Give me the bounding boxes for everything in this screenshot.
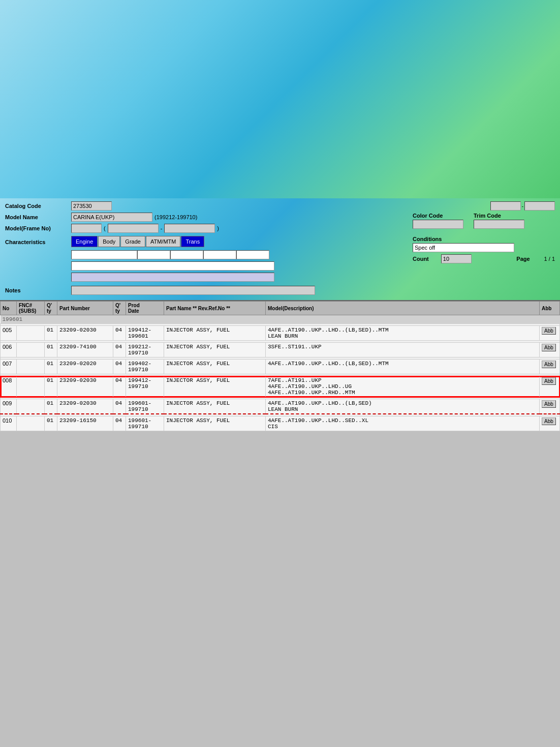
cell-model-desc: 3SFE..ST191..UKP	[266, 343, 540, 357]
cell-part-number: 23209-74100	[57, 343, 113, 357]
count-label: Count	[413, 256, 429, 262]
cell-model-desc: 4AFE..AT190..UKP..LHD..(LB,SED)LEAN BURN	[266, 399, 540, 414]
char-grade-input[interactable]	[170, 250, 203, 259]
table-header-row: No FNC#(SUBS) Q'ty Part Number Q'ty Prod…	[1, 302, 560, 315]
char-trans-input[interactable]	[236, 250, 269, 259]
cell-prod-date: 199601-199710	[126, 399, 164, 414]
table-prev-row: 199601	[1, 315, 560, 324]
cell-fnc-subs	[17, 376, 45, 397]
tab-grade[interactable]: Grade	[120, 236, 145, 247]
color-trim-labels-row: Color Code Trim Code	[413, 213, 555, 229]
char-inputs-row2	[5, 261, 409, 271]
cell-model-desc: 4AFE..AT190..UKP..LHD..(LB,SED)..MTM	[266, 360, 540, 374]
spec-off-input[interactable]	[413, 243, 514, 252]
cell-part-name: INJECTOR ASSY, FUEL	[164, 343, 266, 357]
char-body-input[interactable]	[137, 250, 170, 259]
cell-fnc-subs	[17, 360, 45, 374]
char-engine-input[interactable]	[71, 250, 137, 259]
tab-engine[interactable]: Engine	[71, 236, 98, 247]
color-code-label: Color Code	[413, 213, 463, 219]
color-trim-section: Color Code Trim Code	[413, 213, 555, 235]
model-frame-input2[interactable]	[108, 224, 159, 233]
col-part-number: Part Number	[57, 302, 113, 315]
spin-input-left[interactable]	[490, 201, 521, 211]
form-area: Catalog Code - Model Name (199212-199710…	[0, 198, 560, 300]
char-extra-input2[interactable]	[71, 273, 274, 282]
cell-qty2: 04	[113, 343, 126, 357]
model-frame-input3[interactable]	[164, 224, 215, 233]
cell-qty1: 01	[45, 376, 57, 397]
cell-abb[interactable]: Abb	[540, 416, 560, 431]
model-name-year: (199212-199710)	[154, 214, 197, 220]
cell-qty2: 04	[113, 399, 126, 414]
trim-code-input[interactable]	[474, 220, 524, 229]
characteristics-section: Characteristics Engine Body Grade ATM/MT…	[5, 236, 555, 284]
cell-qty1: 01	[45, 399, 57, 414]
frame-paren-left: (	[104, 225, 106, 231]
catalog-code-row: Catalog Code -	[5, 201, 555, 211]
model-frame-input1[interactable]	[71, 224, 102, 233]
cell-prod-date: 199412-199601	[126, 326, 164, 341]
cell-part-name: INJECTOR ASSY, FUEL	[164, 376, 266, 397]
table-row: 009 01 23209-02030 04 199601-199710 INJE…	[1, 399, 560, 414]
col-qty1: Q'ty	[45, 302, 57, 315]
cell-abb[interactable]: Abb	[540, 343, 560, 357]
notes-input[interactable]	[71, 286, 315, 295]
abb-button[interactable]: Abb	[542, 361, 556, 368]
cell-prod-date: 199412-199710	[126, 376, 164, 397]
cell-part-name: INJECTOR ASSY, FUEL	[164, 399, 266, 414]
char-atm-input[interactable]	[203, 250, 236, 259]
cell-abb[interactable]: Abb	[540, 399, 560, 414]
cell-part-number: 23209-02020	[57, 360, 113, 374]
spin-input-right[interactable]	[524, 201, 555, 211]
cell-fnc-subs	[17, 343, 45, 357]
abb-button[interactable]: Abb	[542, 400, 556, 408]
cell-no: 007	[1, 360, 17, 374]
model-name-section: Model Name (199212-199710) Model(Frame N…	[5, 213, 555, 235]
catalog-code-label: Catalog Code	[5, 203, 71, 209]
tab-body[interactable]: Body	[98, 236, 120, 247]
abb-button[interactable]: Abb	[542, 327, 556, 335]
catalog-code-input[interactable]	[71, 201, 112, 211]
cell-abb[interactable]: Abb	[540, 326, 560, 341]
cell-no: 010	[1, 416, 17, 431]
cell-model-desc: 4AFE..AT190..UKP..LHD..SED..XLCIS	[266, 416, 540, 431]
char-tabs-row: Engine Body Grade ATM/MTM Trans	[71, 236, 204, 247]
frame-dash: -	[161, 225, 163, 231]
count-page-row: Count Page 1 / 1	[413, 254, 555, 263]
color-code-input[interactable]	[413, 220, 463, 229]
cell-no: 008	[1, 376, 17, 397]
char-label-row: Characteristics Engine Body Grade ATM/MT…	[5, 236, 409, 248]
model-frame-label: Model(Frame No)	[5, 225, 71, 231]
char-inputs-row3	[5, 273, 409, 282]
cell-abb[interactable]: Abb	[540, 376, 560, 397]
model-name-left: Model Name (199212-199710) Model(Frame N…	[5, 213, 409, 235]
model-name-label: Model Name	[5, 214, 71, 220]
abb-button[interactable]: Abb	[542, 417, 556, 425]
cell-no: 009	[1, 399, 17, 414]
col-prod-date: ProdDate	[126, 302, 164, 315]
abb-button[interactable]: Abb	[542, 377, 556, 385]
tab-trans[interactable]: Trans	[181, 236, 204, 247]
count-input[interactable]	[441, 254, 472, 263]
bottom-spacer	[0, 431, 560, 533]
tab-atm-mtm[interactable]: ATM/MTM	[146, 236, 181, 247]
cell-prod-date: 199402-199710	[126, 360, 164, 374]
top-decorative-area	[0, 0, 560, 198]
cell-no: 005	[1, 326, 17, 341]
color-code-col: Color Code	[413, 213, 463, 229]
parts-table-area: No FNC#(SUBS) Q'ty Part Number Q'ty Prod…	[0, 300, 560, 431]
col-model-desc: Model(Description)	[266, 302, 540, 315]
char-inputs-row1	[5, 250, 409, 259]
char-extra-input[interactable]	[71, 261, 274, 271]
cell-fnc-subs	[17, 416, 45, 431]
cell-qty2: 04	[113, 416, 126, 431]
abb-button[interactable]: Abb	[542, 344, 556, 351]
cell-part-number: 23209-02030	[57, 399, 113, 414]
conditions-section: Conditions Count Page 1 / 1	[413, 236, 555, 284]
cell-abb[interactable]: Abb	[540, 360, 560, 374]
model-name-input[interactable]	[71, 213, 152, 222]
table-row: 007 01 23209-02020 04 199402-199710 INJE…	[1, 360, 560, 374]
cell-fnc-subs	[17, 326, 45, 341]
table-row: 008 01 23209-02030 04 199412-199710 INJE…	[1, 376, 560, 397]
